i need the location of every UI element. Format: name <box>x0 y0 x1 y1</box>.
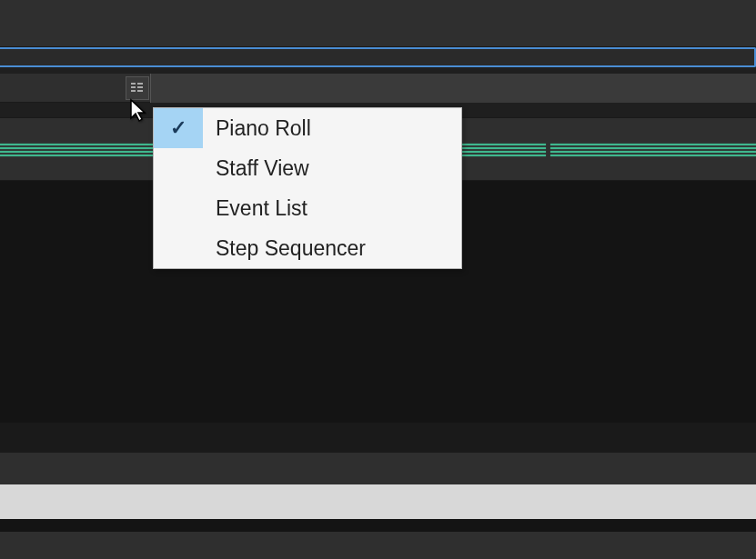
svg-rect-0 <box>131 83 136 85</box>
menu-check-event-list <box>154 188 203 228</box>
menu-check-step-sequencer <box>154 228 203 268</box>
svg-rect-2 <box>131 90 136 92</box>
svg-rect-1 <box>131 86 136 88</box>
bottom-spacer <box>0 453 756 484</box>
view-mode-context-menu: ✓ Piano Roll Staff View Event List Step … <box>153 107 462 269</box>
menu-check-piano-roll: ✓ <box>154 108 203 148</box>
view-mode-button[interactable] <box>126 76 149 100</box>
view-mode-icon <box>130 81 145 95</box>
divider <box>0 67 756 74</box>
checkmark-icon: ✓ <box>170 116 186 140</box>
menu-item-step-sequencer[interactable]: Step Sequencer <box>154 228 461 268</box>
svg-rect-5 <box>137 90 143 92</box>
svg-rect-4 <box>137 86 143 88</box>
svg-rect-3 <box>137 83 143 85</box>
timeline-ruler-selected[interactable] <box>0 47 756 67</box>
menu-item-staff-view[interactable]: Staff View <box>154 148 461 188</box>
status-bar <box>0 532 756 559</box>
scrollbar-area[interactable] <box>0 484 756 519</box>
menu-label-piano-roll: Piano Roll <box>203 116 461 141</box>
menu-item-piano-roll[interactable]: ✓ Piano Roll <box>154 108 461 148</box>
bottom-black-strip <box>0 519 756 532</box>
menu-label-staff-view: Staff View <box>203 156 461 181</box>
top-toolbar-area <box>0 0 756 47</box>
track-header-row <box>0 74 756 103</box>
menu-label-step-sequencer: Step Sequencer <box>203 236 461 261</box>
menu-label-event-list: Event List <box>203 196 461 221</box>
bottom-panel <box>0 453 756 559</box>
menu-check-staff-view <box>154 148 203 188</box>
track-label-area[interactable] <box>150 74 756 103</box>
menu-item-event-list[interactable]: Event List <box>154 188 461 228</box>
